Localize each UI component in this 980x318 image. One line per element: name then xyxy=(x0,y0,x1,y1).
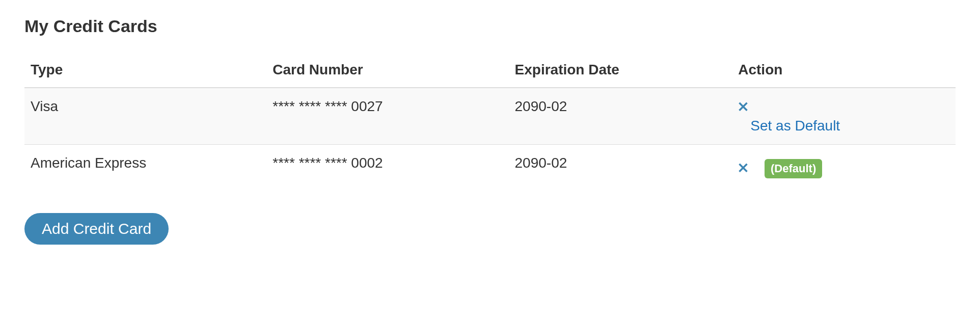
remove-card-icon[interactable] xyxy=(738,101,748,111)
table-row: Visa **** **** **** 0027 2090-02 Set as … xyxy=(24,88,956,145)
cell-card-number: **** **** **** 0027 xyxy=(266,88,508,145)
col-header-expiration: Expiration Date xyxy=(509,55,732,88)
cell-expiration: 2090-02 xyxy=(509,145,732,189)
col-header-action: Action xyxy=(732,55,956,88)
cell-type: Visa xyxy=(24,88,266,145)
cell-expiration: 2090-02 xyxy=(509,88,732,145)
cell-action: Set as Default xyxy=(732,88,956,145)
remove-card-icon[interactable] xyxy=(738,162,748,172)
cell-action: (Default) xyxy=(732,145,956,189)
table-header-row: Type Card Number Expiration Date Action xyxy=(24,55,956,88)
cell-card-number: **** **** **** 0002 xyxy=(266,145,508,189)
cell-type: American Express xyxy=(24,145,266,189)
set-default-link[interactable]: Set as Default xyxy=(738,118,949,134)
credit-cards-table: Type Card Number Expiration Date Action … xyxy=(24,55,956,189)
default-badge: (Default) xyxy=(765,159,822,178)
table-row: American Express **** **** **** 0002 209… xyxy=(24,145,956,189)
page-title: My Credit Cards xyxy=(24,16,956,36)
add-credit-card-button[interactable]: Add Credit Card xyxy=(24,213,169,245)
col-header-type: Type xyxy=(24,55,266,88)
col-header-card-number: Card Number xyxy=(266,55,508,88)
